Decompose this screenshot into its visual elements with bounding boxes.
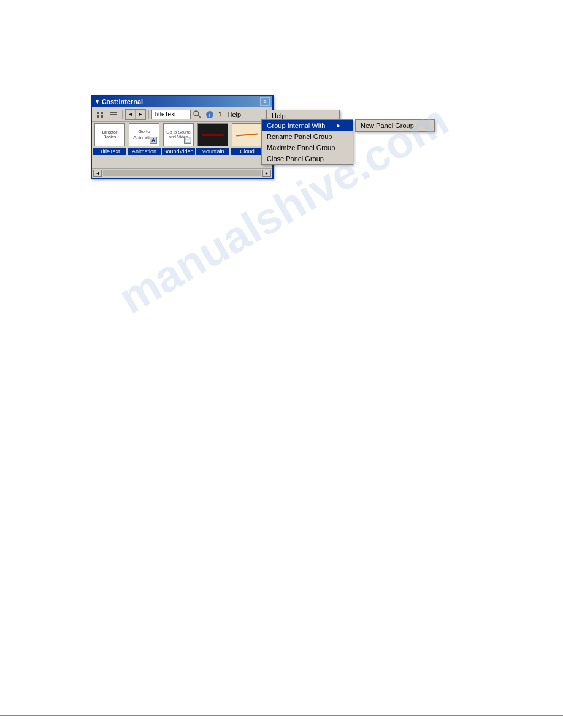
submenu: New Panel Group — [355, 119, 435, 132]
cast-thumb-cloud — [232, 123, 262, 146]
page-number: 1 — [216, 111, 224, 118]
cast-label-animation: Animation — [128, 148, 161, 155]
svg-rect-6 — [110, 116, 117, 116]
find-icon[interactable] — [192, 109, 203, 120]
context-menu-maximize[interactable]: Maximize Panel Group — [262, 142, 353, 153]
dark-thumb — [198, 124, 228, 146]
cast-label-soundvideo: SoundVideo — [162, 148, 195, 155]
scroll-bar: ◄ ► — [92, 168, 272, 178]
help-menu-label[interactable]: Help — [228, 111, 242, 118]
director-thumb-inner: DirectorBasics — [95, 124, 124, 146]
submenu-new-panel-group[interactable]: New Panel Group — [356, 120, 434, 131]
nav-prev-button[interactable]: ◄ — [126, 110, 136, 119]
title-arrow: ▼ — [94, 99, 100, 105]
context-menu-group-with[interactable]: Group Internal With ► — [262, 120, 353, 131]
dark-line — [202, 134, 224, 136]
title-bar: ▼ Cast:Internal ≡ — [92, 96, 272, 107]
submenu-arrow-icon: ► — [336, 123, 342, 129]
cast-item-mountain[interactable]: Mountain — [196, 123, 229, 167]
context-menu-rename-label: Rename Panel Group — [267, 133, 332, 140]
svg-line-8 — [198, 115, 201, 118]
cast-thumb-sound: Go to Soundand Video 📄 — [163, 123, 194, 146]
orange-thumb — [232, 124, 262, 146]
list-view-button[interactable] — [107, 109, 120, 120]
svg-rect-1 — [101, 112, 103, 114]
svg-point-7 — [194, 111, 199, 116]
nav-next-button[interactable]: ► — [136, 110, 145, 119]
cast-internal-window: ▼ Cast:Internal ≡ ◄ ► — [91, 95, 274, 179]
context-menu-close[interactable]: Close Panel Group — [262, 153, 353, 164]
scroll-left-button[interactable]: ◄ — [93, 170, 102, 177]
scroll-track[interactable] — [103, 170, 261, 176]
cast-label-mountain: Mountain — [196, 148, 229, 155]
context-menu-maximize-label: Maximize Panel Group — [267, 144, 335, 151]
bottom-border — [0, 715, 563, 716]
context-menu-group-with-label: Group Internal With — [267, 122, 325, 129]
search-input[interactable] — [151, 110, 191, 119]
cast-content: DirectorBasics TitleText Go toAnimation … — [92, 122, 272, 168]
context-menu: Group Internal With ► Rename Panel Group… — [261, 119, 353, 165]
cast-item-animation[interactable]: Go toAnimation A Animation — [128, 123, 161, 167]
svg-rect-4 — [110, 112, 117, 113]
cast-label-cloud: Cloud — [231, 148, 264, 155]
svg-rect-5 — [110, 114, 117, 115]
orange-line — [236, 133, 258, 136]
separator-2 — [148, 110, 149, 119]
cast-item-cloud[interactable]: Cloud — [231, 123, 264, 167]
cast-item-director[interactable]: DirectorBasics TitleText — [93, 123, 126, 167]
cast-label-titletext: TitleText — [93, 148, 126, 155]
title-bar-menu-icon[interactable]: ≡ — [260, 97, 270, 106]
cast-thumb-animation: Go toAnimation A — [129, 123, 159, 146]
cast-thumb-director: DirectorBasics — [94, 123, 125, 146]
window-title: Cast:Internal — [102, 98, 260, 105]
svg-rect-3 — [101, 115, 103, 118]
svg-text:i: i — [209, 112, 211, 118]
toolbar: ◄ ► i 1 Help — [92, 107, 272, 122]
scroll-right-button[interactable]: ► — [262, 170, 271, 177]
info-icon[interactable]: i — [204, 109, 215, 120]
svg-rect-2 — [97, 115, 99, 118]
context-menu-rename[interactable]: Rename Panel Group — [262, 131, 353, 142]
cast-item-sound[interactable]: Go to Soundand Video 📄 SoundVideo — [162, 123, 195, 167]
svg-rect-0 — [97, 112, 99, 114]
grid-view-button[interactable] — [94, 109, 106, 120]
nav-buttons: ◄ ► — [125, 109, 146, 120]
separator-1 — [122, 110, 123, 119]
cast-thumb-mountain — [197, 123, 228, 146]
context-menu-close-label: Close Panel Group — [267, 155, 324, 162]
